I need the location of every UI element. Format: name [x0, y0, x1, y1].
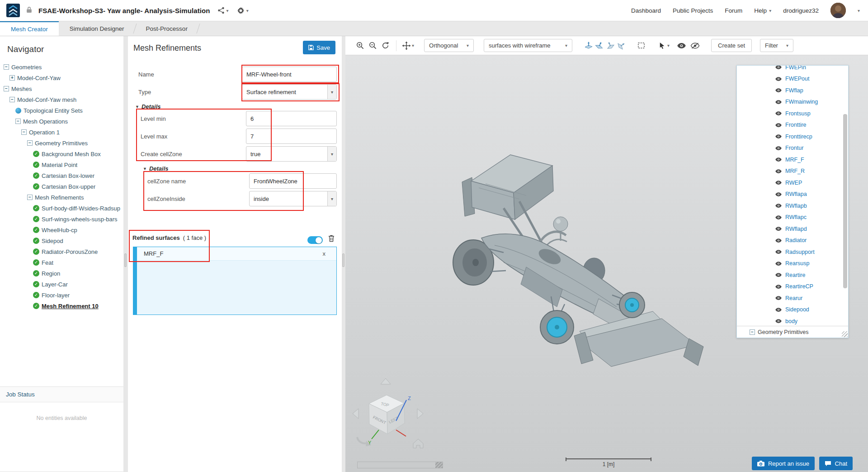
cellzone-name-input[interactable]: [249, 173, 337, 189]
slider-handle[interactable]: [435, 462, 443, 468]
collapse-icon[interactable]: −: [15, 119, 21, 124]
clip-plane-z-icon[interactable]: [605, 40, 616, 51]
tree-item-meshes[interactable]: −Meshes: [0, 83, 123, 94]
tree-item-surf-body-diff-wsides-radsup[interactable]: ✓Surf-body-diff-Wsides-Radsup: [0, 203, 123, 214]
delete-selection-button[interactable]: [328, 235, 335, 244]
app-logo[interactable]: [6, 4, 20, 17]
splitter-grip[interactable]: [124, 253, 127, 267]
pan-tool-button[interactable]: [401, 40, 412, 51]
select-tool-button[interactable]: [656, 40, 667, 51]
orientation-cube[interactable]: TOP FRONT LEFT Z Y: [351, 377, 441, 455]
face-item-fwmainwing[interactable]: FWmainwing: [737, 96, 848, 108]
viewport-3d[interactable]: ▾ Orthogonal ▾ surfaces with wireframe ▾: [345, 36, 868, 472]
collapse-icon[interactable]: −: [9, 97, 15, 102]
clip-plane-x-icon[interactable]: [583, 40, 594, 51]
nav-link-help[interactable]: Help▾: [754, 7, 771, 14]
cellzone-inside-select[interactable]: inside ▾: [249, 191, 337, 206]
report-issue-button[interactable]: Report an issue: [752, 457, 815, 470]
collapse-icon[interactable]: −: [4, 64, 9, 70]
face-item-reartire[interactable]: Reartire: [737, 269, 848, 281]
tree-item-operation-1[interactable]: −Operation 1: [0, 127, 123, 138]
faces-scrollbar-thumb[interactable]: [843, 114, 847, 288]
tree-item-background-mesh-box[interactable]: ✓Background Mesh Box: [0, 148, 123, 159]
render-mode-dropdown[interactable]: surfaces with wireframe ▾: [484, 39, 572, 52]
tree-item-mesh-operations[interactable]: −Mesh Operations: [0, 116, 123, 127]
reset-view-button[interactable]: [380, 40, 391, 51]
chevron-down-icon[interactable]: ▾: [667, 43, 670, 48]
cube-arrow-up[interactable]: [381, 378, 391, 384]
collapse-icon[interactable]: −: [4, 86, 9, 91]
chat-button[interactable]: Chat: [819, 457, 853, 470]
face-item-mrf-f[interactable]: MRF_F: [737, 154, 848, 166]
faces-footer[interactable]: − Geometry Primitives: [737, 326, 848, 338]
face-item-fronttire[interactable]: Fronttire: [737, 119, 848, 131]
tree-item-wheelhub-cp[interactable]: ✓WheelHub-cp: [0, 224, 123, 235]
tree-item-feat[interactable]: ✓Feat: [0, 257, 123, 268]
details-header[interactable]: ▼ Details: [135, 103, 161, 110]
clip-plane-y-icon[interactable]: [594, 40, 605, 51]
zoom-out-button[interactable]: [367, 40, 378, 51]
expand-icon[interactable]: +: [9, 75, 15, 81]
cube-arrow-right[interactable]: [417, 409, 423, 419]
tree-item-radiator-porouszone[interactable]: ✓Radiator-PorousZone: [0, 246, 123, 257]
tree-item-cartesian-box-upper[interactable]: ✓Cartesian Box-upper: [0, 181, 123, 192]
remove-face-icon[interactable]: x: [323, 250, 326, 257]
type-select[interactable]: Surface refinement ▾: [242, 84, 337, 100]
splitter-navigator[interactable]: [123, 36, 128, 472]
clip-plane-custom-icon[interactable]: [616, 40, 627, 51]
tree-item-topological-entity-sets[interactable]: Topological Entity Sets: [0, 105, 123, 116]
settings-button[interactable]: ▾: [236, 5, 250, 16]
tree-item-cartesian-box-lower[interactable]: ✓Cartesian Box-lower: [0, 170, 123, 181]
create-cellzone-select[interactable]: true ▾: [246, 146, 337, 162]
name-input[interactable]: [242, 67, 337, 82]
selection-toggle[interactable]: [307, 236, 323, 244]
projection-dropdown[interactable]: Orthogonal ▾: [424, 39, 474, 52]
viewport-slider[interactable]: [357, 462, 443, 468]
tree-item-region[interactable]: ✓Region: [0, 268, 123, 279]
collapse-icon[interactable]: −: [27, 195, 33, 200]
face-item-frontsusp[interactable]: Frontsusp: [737, 108, 848, 119]
avatar[interactable]: [830, 3, 846, 18]
cube-arrow-left[interactable]: [353, 409, 359, 419]
create-set-button[interactable]: Create set: [711, 39, 752, 52]
tab-post-processor[interactable]: Post-Processor: [135, 21, 198, 36]
face-chip[interactable]: MRF_F x: [137, 247, 336, 261]
face-item-radsupport[interactable]: Radsupport: [737, 246, 848, 258]
splitter-properties[interactable]: [342, 36, 345, 472]
refined-surfaces-selection-box[interactable]: MRF_F x: [133, 247, 337, 315]
tree-item-mesh-refinements[interactable]: −Mesh Refinements: [0, 192, 123, 203]
tab-simulation-designer[interactable]: Simulation Designer: [59, 21, 135, 36]
face-item-rwep[interactable]: RWEP: [737, 177, 848, 189]
zoom-in-button[interactable]: [354, 40, 365, 51]
tree-item-material-point[interactable]: ✓Material Point: [0, 159, 123, 170]
tree-item-geometry-primitives[interactable]: −Geometry Primitives: [0, 138, 123, 148]
filter-dropdown[interactable]: Filter ▾: [760, 39, 793, 52]
box-select-button[interactable]: [636, 40, 646, 51]
face-item-fronttirecp[interactable]: Fronttirecp: [737, 131, 848, 143]
hide-selection-button[interactable]: [689, 40, 700, 51]
chevron-down-icon[interactable]: ▾: [858, 8, 860, 13]
face-item-mrf-r[interactable]: MRF_R: [737, 166, 848, 177]
face-item-rwflapc[interactable]: RWflapc: [737, 212, 848, 224]
panel-resize-handle[interactable]: [842, 331, 848, 337]
face-item-rwflapd[interactable]: RWflapd: [737, 223, 848, 235]
face-item-rearur[interactable]: Rearur: [737, 292, 848, 304]
share-button[interactable]: ▾: [217, 5, 230, 16]
tree-item-geometries[interactable]: −Geometries: [0, 62, 123, 72]
tree-item-model-conf-yaw-mesh[interactable]: −Model-Conf-Yaw mesh: [0, 94, 123, 105]
show-hidden-button[interactable]: [676, 40, 687, 51]
home-view-icon[interactable]: [413, 439, 423, 448]
tree-item-layer-car[interactable]: ✓Layer-Car: [0, 279, 123, 290]
face-item-rwflapa[interactable]: RWflapa: [737, 189, 848, 200]
level-min-input[interactable]: [246, 111, 337, 126]
face-item-rearsusp[interactable]: Rearsusp: [737, 258, 848, 270]
nav-link-dashboard[interactable]: Dashboard: [631, 7, 661, 14]
tree-item-mesh-refinement-10[interactable]: ✓Mesh Refinement 10: [0, 300, 123, 311]
face-item-fwepin[interactable]: FWEPin: [737, 65, 848, 73]
face-item-radiator[interactable]: Radiator: [737, 235, 848, 247]
tree-item-floor-layer[interactable]: ✓Floor-layer: [0, 290, 123, 300]
subdetails-header[interactable]: ▼ Details: [143, 165, 169, 172]
splitter-grip[interactable]: [342, 253, 344, 267]
face-item-sidepood[interactable]: Sidepood: [737, 304, 848, 316]
tree-item-model-conf-yaw[interactable]: +Model-Conf-Yaw: [0, 72, 123, 83]
